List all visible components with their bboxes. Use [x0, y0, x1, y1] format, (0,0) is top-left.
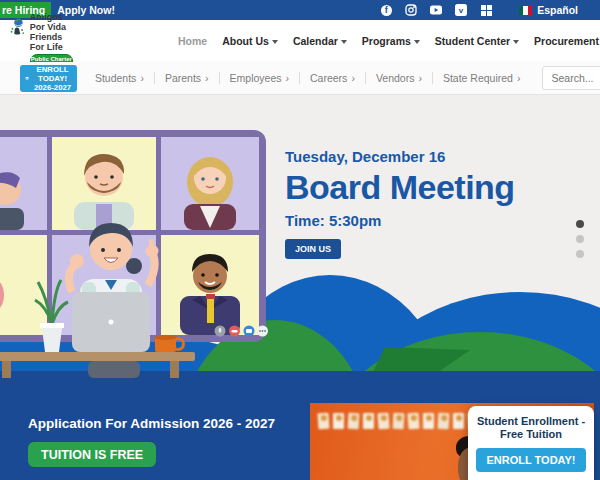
site-header: Amigos Por Vida Friends For Life Public …: [0, 20, 600, 62]
nav-home[interactable]: Home: [178, 35, 207, 47]
graduation-cap-icon: [25, 73, 29, 84]
vimeo-icon[interactable]: v: [455, 4, 467, 16]
chevron-down-icon: [272, 40, 278, 44]
apps-grid-icon[interactable]: [480, 4, 492, 16]
chevron-down-icon: [513, 40, 519, 44]
hero-text: Tuesday, December 16 Board Meeting Time:…: [285, 148, 515, 259]
hero-title: Board Meeting: [285, 168, 515, 207]
tuition-free-button[interactable]: TUITION IS FREE: [28, 442, 156, 467]
site-search: [542, 65, 600, 91]
join-us-button[interactable]: JOIN US: [285, 239, 341, 259]
nav-calendar[interactable]: Calendar: [293, 35, 347, 47]
svg-text:v: v: [459, 6, 464, 15]
hero-date: Tuesday, December 16: [285, 148, 515, 165]
instagram-icon[interactable]: [405, 4, 417, 16]
logo-name-line2: Friends For Life: [30, 32, 73, 52]
video-call-illustration: [0, 130, 290, 378]
utility-link-careers[interactable]: Careers›: [299, 72, 365, 84]
laptop: [57, 292, 165, 361]
utility-links: Students› Parents› Employees› Careers› V…: [85, 72, 531, 84]
carousel-dots: [576, 220, 584, 258]
carousel-dot-1[interactable]: [576, 220, 584, 228]
carousel-dot-2[interactable]: [576, 235, 584, 243]
utility-link-vendors[interactable]: Vendors›: [365, 72, 432, 84]
admission-section: Application For Admission 2026 - 2027 TU…: [0, 378, 600, 480]
nav-procurement[interactable]: Procurement: [534, 35, 599, 47]
language-label: Español: [537, 4, 578, 16]
page: re Hiring Apply Now! f v Español: [0, 0, 600, 480]
enrollment-card-line2: Free Tuition: [468, 428, 594, 441]
top-bar: re Hiring Apply Now! f v Español: [0, 0, 600, 20]
nav-about-us[interactable]: About Us: [222, 35, 278, 47]
mexico-flag-icon: [519, 6, 532, 15]
facebook-icon[interactable]: f: [380, 4, 392, 16]
utility-link-employees[interactable]: Employees›: [219, 72, 299, 84]
hero-carousel: Tuesday, December 16 Board Meeting Time:…: [0, 95, 600, 378]
chair: [88, 361, 140, 378]
coffee-mug: [155, 335, 184, 352]
chevron-down-icon: [341, 40, 347, 44]
chevron-down-icon: [414, 40, 420, 44]
logo-name-line1: Amigos Por Vida: [30, 12, 73, 32]
utility-bar: ENROLL TODAY! 2026-2027 Students› Parent…: [0, 62, 600, 95]
topbar-right: f v Español: [380, 4, 600, 16]
carousel-dot-3[interactable]: [576, 250, 584, 258]
enroll-today-button[interactable]: ENROLL TODAY!: [476, 448, 585, 472]
utility-link-state-required[interactable]: State Required›: [432, 72, 531, 84]
search-input[interactable]: [542, 66, 600, 90]
participant-blonde-woman: [184, 157, 236, 230]
enrollment-card: Student Enrollment - Free Tuition ENROLL…: [468, 406, 594, 480]
admission-heading: Application For Admission 2026 - 2027: [28, 416, 275, 431]
main-nav: Home About Us Calendar Programs Student …: [178, 35, 600, 47]
language-switcher[interactable]: Español: [519, 4, 578, 16]
hero-time: Time: 5:30pm: [285, 212, 515, 229]
nav-student-center[interactable]: Student Center: [435, 35, 519, 47]
utility-link-students[interactable]: Students›: [85, 72, 154, 84]
nav-programs[interactable]: Programs: [362, 35, 420, 47]
utility-link-parents[interactable]: Parents›: [154, 72, 219, 84]
logo-mark-icon: [10, 12, 26, 42]
enrollment-card-line1: Student Enrollment -: [468, 415, 594, 428]
youtube-icon[interactable]: [430, 4, 442, 16]
enroll-today-nav-button[interactable]: ENROLL TODAY! 2026-2027: [20, 65, 77, 92]
